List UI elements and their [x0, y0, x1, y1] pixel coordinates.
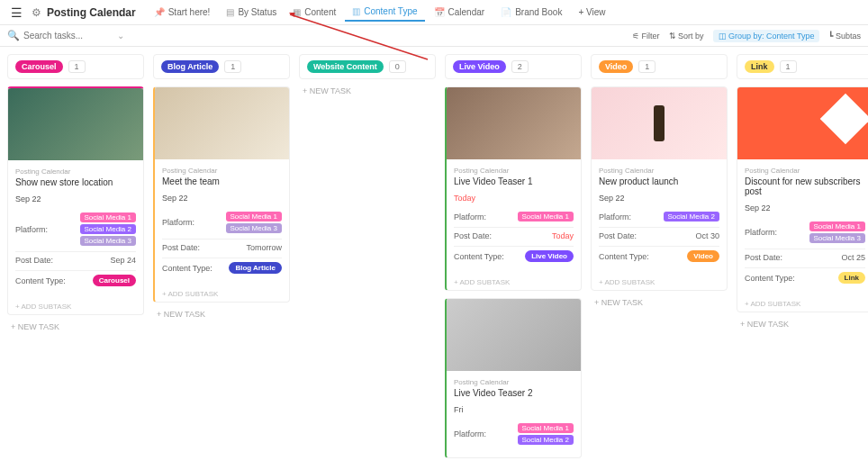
tag-sm3: Social Media 3 [226, 223, 282, 233]
tag-sm1: Social Media 1 [80, 212, 136, 222]
card-category: Posting Calendar [162, 167, 282, 175]
postdate-value: Sep 24 [110, 256, 136, 265]
filter-button[interactable]: ⚟ Filter [632, 32, 660, 41]
doc-icon: 📄 [501, 7, 511, 17]
card-category: Posting Calendar [454, 378, 574, 386]
card-date: Fri [454, 405, 574, 414]
column-count: 1 [68, 60, 86, 73]
label-contenttype: Content Type: [15, 276, 66, 285]
search-input[interactable] [23, 31, 113, 41]
card-image [447, 87, 581, 159]
label-postdate: Post Date: [599, 231, 637, 240]
column-count: 1 [224, 60, 241, 73]
column-carousel: Carousel 1 Posting Calendar Show new sto… [7, 54, 144, 461]
contenttype-chip: Link [838, 272, 865, 284]
new-task-button[interactable]: + NEW TASK [299, 79, 436, 103]
sort-button[interactable]: ⇅ Sort by [669, 32, 704, 41]
new-task-button[interactable]: + NEW TASK [7, 315, 144, 339]
card[interactable]: Posting Calendar Live Video Teaser 1 Tod… [445, 86, 582, 291]
searchbar: 🔍 ⌄ ⚟ Filter ⇅ Sort by ◫ Group by: Conte… [0, 25, 868, 47]
postdate-value: Tomorrow [246, 243, 282, 252]
add-subtask-button[interactable]: + ADD SUBTASK [592, 275, 727, 290]
tag-sm2: Social Media 2 [518, 435, 574, 445]
group-by-button[interactable]: ◫ Group by: Content Type [713, 30, 820, 42]
label-platform: Platform: [745, 228, 777, 237]
card-image [737, 87, 868, 159]
label-platform: Platform: [599, 212, 631, 221]
subtask-button[interactable]: ┗ Subtas [828, 32, 861, 41]
tab-start-here[interactable]: 📌Start here! [147, 4, 218, 21]
tab-calendar[interactable]: 📅Calendar [427, 4, 493, 21]
contenttype-chip: Video [687, 250, 719, 262]
column-blog: Blog Article 1 Posting Calendar Meet the… [153, 54, 290, 461]
card-image [155, 87, 289, 159]
add-subtask-button[interactable]: + ADD SUBTASK [447, 275, 581, 290]
label-contenttype: Content Type: [454, 252, 504, 261]
tab-content-type[interactable]: ▥Content Type [345, 3, 424, 22]
card[interactable]: Posting Calendar Meet the team Sep 22 Pl… [153, 86, 290, 303]
add-subtask-button[interactable]: + ADD SUBTASK [8, 299, 143, 314]
column-chip: Live Video [453, 60, 506, 73]
column-head: Link 1 [737, 54, 868, 79]
card-category: Posting Calendar [454, 167, 574, 175]
postdate-value: Oct 30 [695, 231, 719, 240]
tab-brand-book[interactable]: 📄Brand Book [493, 4, 569, 21]
card[interactable]: Posting Calendar Live Video Teaser 2 Fri… [445, 298, 582, 458]
tab-content[interactable]: ▦Content [285, 4, 343, 21]
card[interactable]: Posting Calendar New product launch Sep … [591, 86, 728, 291]
postdate-value: Oct 25 [841, 253, 865, 262]
add-subtask-button[interactable]: + ADD SUBTASK [737, 296, 868, 312]
list-icon: ▤ [226, 7, 234, 17]
tag-sm2: Social Media 2 [664, 212, 719, 221]
card-date: Sep 22 [745, 203, 865, 212]
gear-icon[interactable]: ⚙ [28, 5, 45, 21]
label-contenttype: Content Type: [599, 252, 649, 261]
card[interactable]: Posting Calendar Show new store location… [7, 86, 144, 315]
column-count: 0 [389, 60, 406, 73]
column-head: Blog Article 1 [153, 54, 290, 79]
chevron-down-icon[interactable]: ⌄ [117, 31, 124, 41]
label-platform: Platform: [15, 225, 48, 234]
label-platform: Platform: [162, 218, 194, 227]
card-image [447, 299, 581, 371]
new-task-button[interactable]: + NEW TASK [737, 312, 868, 336]
tag-sm3: Social Media 3 [80, 236, 136, 246]
board: Carousel 1 Posting Calendar Show new sto… [0, 47, 868, 461]
search-icon: 🔍 [7, 30, 20, 41]
column-chip: Blog Article [161, 60, 219, 73]
card[interactable]: Posting Calendar Discount for new subscr… [737, 86, 868, 312]
label-postdate: Post Date: [15, 256, 53, 265]
new-task-button[interactable]: + NEW TASK [153, 303, 290, 326]
card-title: Live Video Teaser 1 [454, 176, 574, 186]
grid-icon: ▦ [293, 7, 301, 17]
column-count: 2 [511, 60, 529, 73]
contenttype-chip: Blog Article [229, 262, 282, 274]
label-platform: Platform: [454, 212, 486, 221]
card-image [8, 88, 143, 160]
tag-sm1: Social Media 1 [518, 212, 574, 221]
column-head: Website Content 0 [299, 54, 436, 79]
card-image [592, 87, 727, 159]
card-title: Discount for new subscribers post [745, 176, 865, 196]
add-subtask-button[interactable]: + ADD SUBTASK [155, 286, 289, 302]
calendar-icon: 📅 [434, 7, 445, 17]
card-date: Sep 22 [162, 194, 282, 203]
tag-sm1: Social Media 1 [226, 212, 282, 221]
tag-sm2: Social Media 2 [80, 224, 136, 234]
card-title: Live Video Teaser 2 [454, 388, 574, 398]
column-chip: Video [599, 60, 633, 73]
column-head: Video 1 [591, 54, 728, 79]
column-count: 1 [638, 60, 656, 73]
tab-by-status[interactable]: ▤By Status [219, 4, 284, 21]
column-website: Website Content 0 + NEW TASK [299, 54, 436, 461]
label-postdate: Post Date: [454, 231, 492, 240]
board-icon: ▥ [352, 6, 360, 16]
menu-icon[interactable]: ☰ [7, 4, 26, 22]
label-postdate: Post Date: [162, 243, 200, 252]
column-chip: Carousel [15, 60, 63, 73]
card-date: Sep 22 [15, 194, 136, 203]
card-title: New product launch [599, 176, 719, 186]
add-view-button[interactable]: + View [571, 4, 612, 21]
new-task-button[interactable]: + NEW TASK [591, 291, 728, 314]
card-date: Sep 22 [599, 194, 719, 203]
